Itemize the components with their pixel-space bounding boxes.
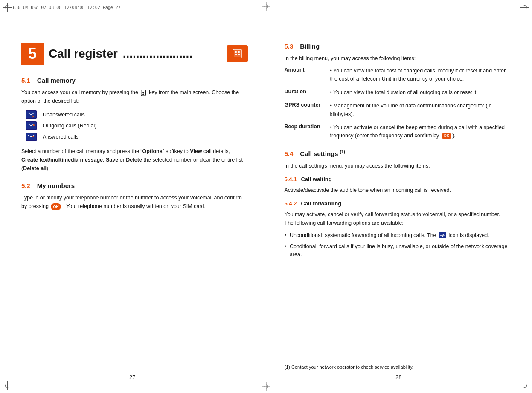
page-header: 650_UM_USA_07-08-08 12/08/08 12:02 Page … xyxy=(13,5,121,10)
section-5-1-heading: 5.1 Call memory xyxy=(21,77,248,84)
page-spread: 650_UM_USA_07-08-08 12/08/08 12:02 Page … xyxy=(0,0,532,393)
billing-term-amount: Amount xyxy=(285,67,325,84)
page-number-right: 28 xyxy=(395,374,401,380)
svg-rect-3 xyxy=(238,51,240,53)
billing-row-beep: Beep duration You can activate or cancel… xyxy=(285,124,511,140)
subsection-5-4-2-intro: You may activate, cancel or verify call … xyxy=(285,210,511,227)
billing-row-gprs: GPRS counter Management of the volume of… xyxy=(285,102,511,118)
section-5-3-intro: In the billing menu, you may access the … xyxy=(285,54,511,63)
section-5-1-options-text: Select a number of the call memory and p… xyxy=(21,147,248,173)
section-5-4-number: 5.4 xyxy=(285,150,294,157)
ok-button-inline: OK xyxy=(51,203,61,210)
billing-row-duration: Duration You can view the total duration… xyxy=(285,89,511,97)
billing-term-duration: Duration xyxy=(285,89,325,97)
section-5-1-title: Call memory xyxy=(37,77,76,84)
unanswered-label: Unanswered calls xyxy=(43,112,85,118)
delete-bold: Delete xyxy=(126,157,142,163)
section-5-2-heading: 5.2 My numbers xyxy=(21,182,248,189)
icon-list-item-answered: Answered calls xyxy=(26,133,248,141)
save-bold: Save xyxy=(106,157,118,163)
reg-mark-bl xyxy=(3,381,12,390)
section-5-4-superscript: (1) xyxy=(340,150,345,154)
subsection-5-4-1-body: Activate/deactivate the audible tone whe… xyxy=(285,186,511,194)
phone-key-icon xyxy=(140,90,146,96)
billing-def-beep: You can activate or cancel the beep emit… xyxy=(330,124,511,140)
bullet-item-conditional: Conditional: forward calls if your line … xyxy=(285,243,511,259)
chapter-heading: 5 Call register ..................... xyxy=(21,43,248,65)
billing-def-duration: You can view the total duration of all o… xyxy=(330,89,511,97)
section-5-1-intro: You can access your call memory by press… xyxy=(21,88,248,105)
delete-all-bold: Delete all xyxy=(23,165,47,171)
section-5-1-number: 5.1 xyxy=(21,77,30,84)
unanswered-icon xyxy=(26,110,37,119)
section-5-3-heading: 5.3 Billing xyxy=(285,43,511,50)
section-5-4-heading: 5.4 Call settings (1) xyxy=(285,150,511,157)
section-5-3-title: Billing xyxy=(300,43,320,50)
icon-list-item-outgoing: Outgoing calls (Redial) xyxy=(26,121,248,130)
chapter-icon xyxy=(227,45,248,62)
subsection-5-4-2-number: 5.4.2 xyxy=(285,200,297,207)
svg-rect-2 xyxy=(235,54,237,55)
billing-def-amount: You can view the total cost of charged c… xyxy=(330,67,511,84)
page-number-left: 27 xyxy=(129,374,135,380)
answered-icon xyxy=(26,133,37,141)
ok-button-beep: OK xyxy=(442,133,452,139)
center-mark-top xyxy=(262,2,270,11)
outgoing-label: Outgoing calls (Redial) xyxy=(43,123,96,129)
center-mark-bottom xyxy=(262,382,270,391)
billing-term-gprs: GPRS counter xyxy=(285,102,325,118)
view-bold: View xyxy=(190,148,202,154)
create-bold: Create text/multimedia message xyxy=(21,157,103,163)
fwd-icon xyxy=(439,232,446,238)
bullet-item-unconditional: Unconditional: systematic forwarding of … xyxy=(285,231,511,240)
billing-table: Amount You can view the total cost of ch… xyxy=(285,67,511,140)
left-page: 650_UM_USA_07-08-08 12/08/08 12:02 Page … xyxy=(0,0,265,393)
billing-term-beep: Beep duration xyxy=(285,124,325,140)
right-page: 5.3 Billing In the billing menu, you may… xyxy=(265,0,532,393)
outgoing-icon xyxy=(26,121,37,130)
section-5-2-number: 5.2 xyxy=(21,182,30,189)
subsection-5-4-1-title: Call waiting xyxy=(301,176,331,182)
billing-row-amount: Amount You can view the total cost of ch… xyxy=(285,67,511,84)
billing-def-gprs: Management of the volume of data communi… xyxy=(330,102,511,118)
icon-list: Unanswered calls Outgoing calls (Redial) xyxy=(26,110,248,141)
svg-rect-4 xyxy=(238,54,240,55)
options-bold: Options xyxy=(142,148,162,154)
reg-mark-tl xyxy=(3,3,12,12)
section-5-4-intro: In the call settings menu, you may acces… xyxy=(285,162,511,170)
section-5-2-title: My numbers xyxy=(37,182,75,189)
footnote: (1) Contact your network operator to che… xyxy=(285,364,520,370)
chapter-title: Call register ..................... xyxy=(49,47,221,61)
section-5-4-title: Call settings (1) xyxy=(300,150,345,157)
subsection-5-4-1-heading: 5.4.1 Call waiting xyxy=(285,176,511,182)
icon-list-item-unanswered: Unanswered calls xyxy=(26,110,248,119)
subsection-5-4-1-number: 5.4.1 xyxy=(285,176,297,182)
svg-rect-1 xyxy=(235,51,237,53)
chapter-number: 5 xyxy=(21,43,44,65)
reg-mark-br xyxy=(520,381,529,390)
forwarding-bullet-list: Unconditional: systematic forwarding of … xyxy=(285,231,511,259)
subsection-5-4-2-heading: 5.4.2 Call forwarding xyxy=(285,200,511,207)
section-5-2-body: Type in or modify your telephone number … xyxy=(21,194,248,211)
reg-mark-tr xyxy=(520,3,529,12)
section-5-3-number: 5.3 xyxy=(285,43,294,50)
subsection-5-4-2-title: Call forwarding xyxy=(301,200,341,207)
answered-label: Answered calls xyxy=(43,134,78,140)
